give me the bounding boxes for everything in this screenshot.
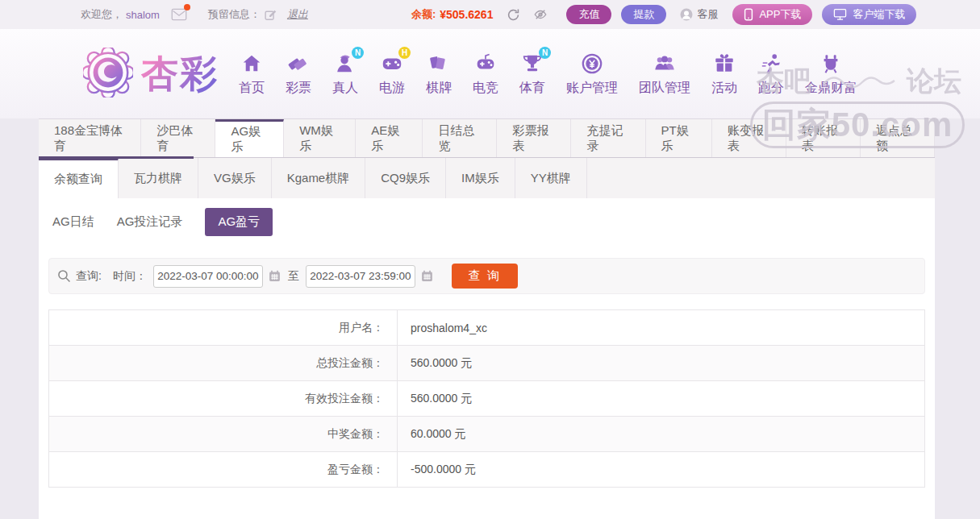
nav-label: 活动 bbox=[711, 80, 737, 97]
phone-icon bbox=[744, 8, 753, 21]
nav-item-paofen[interactable]: 跑分 bbox=[748, 51, 794, 97]
nav-badge: N bbox=[539, 47, 551, 59]
top-bar: 欢迎您，shalom 预留信息： 退出 余额: ¥505.6261 充值 提款 … bbox=[0, 0, 980, 29]
client-download-button[interactable]: 客户端下载 bbox=[822, 4, 916, 25]
report-row-profit-amount: 盈亏金额：-500.0000 元 bbox=[49, 452, 925, 488]
report-row-value: 560.0000 元 bbox=[398, 381, 925, 417]
deposit-button[interactable]: 充值 bbox=[566, 5, 611, 24]
subtab-ag-daily[interactable]: AG日结 bbox=[52, 214, 94, 230]
tab-account-change-report[interactable]: 账变报表 bbox=[712, 119, 786, 157]
report-row-username: 用户名：proshalom4_xc bbox=[49, 310, 925, 346]
date-from-input[interactable] bbox=[153, 265, 263, 288]
calendar-icon[interactable] bbox=[268, 269, 281, 283]
team-icon bbox=[652, 51, 678, 77]
nav-label: 电竞 bbox=[473, 80, 498, 97]
query-bar: 查询: 时间： 至 查 询 bbox=[48, 258, 925, 294]
tab-row-primary: 188金宝博体育沙巴体育AG娱乐WM娱乐AE娱乐日结总览彩票报表充提记录PT娱乐… bbox=[39, 118, 935, 158]
tab-daily-summary[interactable]: 日结总览 bbox=[423, 119, 497, 157]
service-avatar-icon bbox=[679, 7, 694, 22]
brand-logo[interactable]: 杏彩 bbox=[83, 48, 219, 101]
logo-text: 杏彩 bbox=[141, 49, 219, 99]
tab-yy[interactable]: YY棋牌 bbox=[515, 158, 587, 198]
tab-wali[interactable]: 瓦力棋牌 bbox=[119, 158, 198, 198]
tab-balance-query[interactable]: 余额查询 bbox=[39, 158, 119, 198]
esports-icon bbox=[473, 51, 498, 77]
tab-pt[interactable]: PT娱乐 bbox=[646, 119, 712, 157]
nav-label: 电游 bbox=[379, 80, 405, 97]
nav-label: 棋牌 bbox=[426, 80, 452, 97]
nav-item-live[interactable]: N真人 bbox=[322, 51, 369, 97]
tab-lottery-report[interactable]: 彩票报表 bbox=[497, 119, 571, 157]
home-icon bbox=[239, 51, 265, 77]
watermark-right-text: 论坛 bbox=[907, 63, 961, 100]
reserved-info-label: 预留信息： bbox=[208, 7, 261, 22]
tab-transfer-report[interactable]: 转账报表 bbox=[786, 119, 861, 157]
tab-wm[interactable]: WM娱乐 bbox=[284, 119, 356, 157]
report-row-label: 有效投注金额： bbox=[49, 381, 398, 417]
app-download-button[interactable]: APP下载 bbox=[732, 4, 812, 25]
nav-item-activity[interactable]: 活动 bbox=[701, 51, 748, 97]
service-label: 客服 bbox=[697, 7, 718, 22]
mail-icon[interactable] bbox=[171, 8, 187, 21]
live-person-icon: N bbox=[332, 51, 358, 77]
tab-rebate-total[interactable]: 返点总额 bbox=[861, 119, 935, 157]
subtab-ag-bet-log[interactable]: AG投注记录 bbox=[117, 214, 183, 230]
nav-item-home[interactable]: 首页 bbox=[228, 51, 275, 97]
nav-item-egames[interactable]: H电游 bbox=[369, 51, 415, 97]
tab-ag[interactable]: AG娱乐 bbox=[215, 119, 284, 157]
client-download-label: 客户端下载 bbox=[853, 7, 905, 22]
report-row-total-bet: 总投注金额：560.0000 元 bbox=[49, 346, 925, 381]
nav-label: 账户管理 bbox=[566, 80, 618, 97]
refresh-icon[interactable] bbox=[506, 7, 521, 23]
app-download-label: APP下载 bbox=[759, 7, 801, 22]
tab-cq9[interactable]: CQ9娱乐 bbox=[365, 158, 446, 198]
tab-kgame[interactable]: Kgame棋牌 bbox=[272, 158, 366, 198]
logo-emblem-icon bbox=[83, 48, 133, 101]
content-area: AG日结AG投注记录AG盈亏 查询: 时间： 至 查 询 用户名：proshal… bbox=[39, 198, 935, 519]
date-to-input[interactable] bbox=[306, 265, 415, 288]
withdraw-button[interactable]: 提款 bbox=[621, 5, 666, 24]
edit-icon[interactable] bbox=[264, 8, 277, 22]
customer-service-button[interactable]: 客服 bbox=[679, 7, 718, 22]
report-table: 用户名：proshalom4_xc总投注金额：560.0000 元有效投注金额：… bbox=[48, 309, 925, 488]
nav-badge: N bbox=[352, 47, 364, 59]
nav-item-esports[interactable]: 电竞 bbox=[462, 51, 509, 97]
subtab-ag-profit[interactable]: AG盈亏 bbox=[205, 208, 273, 236]
nav-item-team-mgmt[interactable]: 团队管理 bbox=[628, 51, 701, 97]
report-row-value: proshalom4_xc bbox=[398, 310, 925, 346]
nav-label: 真人 bbox=[332, 80, 358, 97]
tab-188-sport[interactable]: 188金宝博体育 bbox=[39, 119, 141, 157]
ticket-icon bbox=[286, 51, 311, 77]
cards-icon bbox=[426, 51, 452, 77]
sub-tab-row: AG日结AG投注记录AG盈亏 bbox=[39, 198, 935, 235]
time-label: 时间： bbox=[113, 269, 147, 284]
report-row-valid-bet: 有效投注金额：560.0000 元 bbox=[49, 381, 925, 417]
nav-item-wealth[interactable]: 金鼎财富 bbox=[794, 51, 867, 97]
nav-label: 金鼎财富 bbox=[805, 80, 857, 97]
notification-dot bbox=[184, 4, 190, 10]
logout-link[interactable]: 退出 bbox=[287, 7, 308, 22]
welcome-text: 欢迎您， bbox=[81, 7, 123, 22]
report-row-value: 60.0000 元 bbox=[398, 417, 925, 452]
nav-label: 彩票 bbox=[286, 80, 311, 97]
nav-item-account-mgmt[interactable]: 账户管理 bbox=[556, 51, 628, 97]
calendar-icon[interactable] bbox=[420, 269, 434, 283]
nav-item-lottery[interactable]: 彩票 bbox=[275, 51, 322, 97]
tab-shaba-sport[interactable]: 沙巴体育 bbox=[141, 119, 215, 157]
eye-off-icon[interactable] bbox=[532, 7, 548, 22]
tab-ae[interactable]: AE娱乐 bbox=[356, 119, 423, 157]
query-submit-button[interactable]: 查 询 bbox=[452, 264, 518, 289]
report-row-value: -500.0000 元 bbox=[398, 452, 925, 488]
nav-item-boardgames[interactable]: 棋牌 bbox=[415, 51, 462, 97]
tab-vg[interactable]: VG娱乐 bbox=[198, 158, 272, 198]
monitor-icon bbox=[833, 8, 847, 21]
yuan-coin-icon bbox=[579, 51, 605, 77]
nav-item-sports[interactable]: N体育 bbox=[509, 51, 556, 97]
nav-badge: H bbox=[398, 47, 411, 59]
report-row-label: 总投注金额： bbox=[49, 346, 398, 381]
tab-deposit-withdraw-log[interactable]: 充提记录 bbox=[571, 119, 645, 157]
tab-im[interactable]: IM娱乐 bbox=[446, 158, 515, 198]
balance-label: 余额: bbox=[411, 7, 436, 22]
report-row-win-amount: 中奖金额：60.0000 元 bbox=[49, 417, 925, 452]
ding-icon bbox=[818, 51, 844, 77]
